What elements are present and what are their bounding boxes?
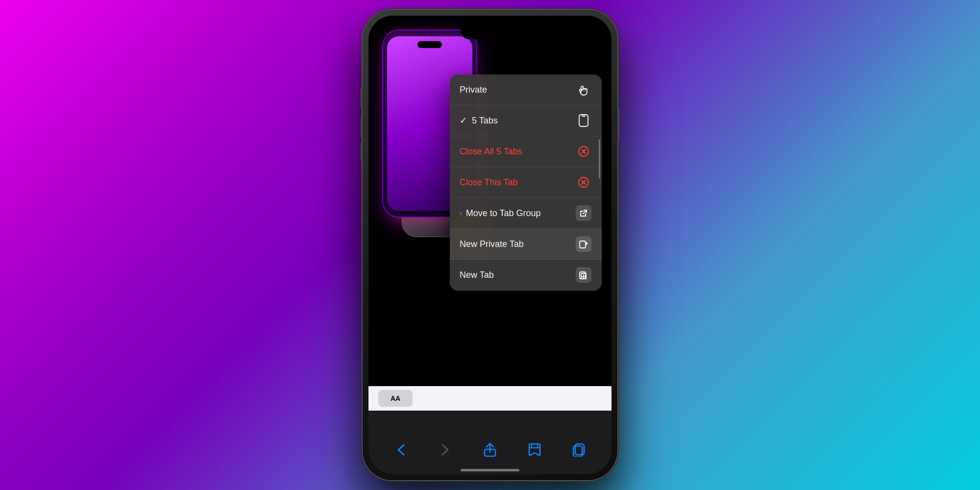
menu-item-close-this[interactable]: Close This Tab [450,167,602,198]
toolbar [368,435,612,465]
svg-rect-2 [573,446,582,457]
menu-item-move-group-text: Move to Tab Group [466,208,541,219]
phone-device: AA [363,10,617,480]
dynamic-island [461,23,519,39]
url-bar: AA [368,386,612,411]
menu-item-close-this-left: Close This Tab [460,177,517,188]
menu-item-new-tab-left: New Tab [460,270,494,280]
aa-label: AA [391,394,400,402]
plus-private-icon [575,236,592,252]
close-this-x-icon [575,174,592,191]
arrow-box-container [576,205,591,221]
tabs-button[interactable] [570,441,588,459]
scrollbar [599,139,600,178]
svg-rect-8 [580,272,586,279]
checkmark-icon: ✓ [460,115,467,126]
svg-rect-7 [580,241,586,248]
menu-item-private[interactable]: Private [450,74,602,105]
plus-tab-icon [575,267,592,283]
menu-item-new-tab-text: New Tab [460,270,494,280]
menu-item-private-text: Private [460,85,487,95]
bookmarks-button[interactable] [526,441,543,459]
back-button[interactable] [392,441,410,459]
menu-item-new-private[interactable]: New Private Tab [450,229,602,260]
menu-item-5tabs-text: 5 Tabs [472,116,498,126]
context-menu: Private ✓ 5 Tabs [450,74,602,291]
menu-item-close-this-text: Close This Tab [460,177,517,188]
phone-screen: AA [368,16,612,474]
menu-item-private-left: Private [460,85,487,95]
plus-private-box [576,236,591,252]
phone-body: AA [363,10,617,480]
menu-item-5tabs[interactable]: ✓ 5 Tabs [450,105,602,136]
menu-item-close-all[interactable]: Close All 5 Tabs [450,136,602,167]
close-all-x-icon [575,143,592,160]
screen-content: AA [368,16,612,474]
home-indicator [461,469,519,471]
svg-rect-4 [582,116,586,117]
menu-item-5tabs-left: ✓ 5 Tabs [460,115,498,126]
hand-icon [575,81,592,98]
share-button[interactable] [481,441,499,459]
chevron-right-icon: › [460,209,462,217]
menu-item-close-all-left: Close All 5 Tabs [460,147,522,157]
stacked-phone-island [417,41,442,48]
menu-item-move-group[interactable]: › Move to Tab Group [450,198,602,229]
aa-button[interactable]: AA [378,390,413,407]
plus-tab-box [576,267,591,283]
menu-item-move-group-left: › Move to Tab Group [460,208,540,219]
menu-item-close-all-text: Close All 5 Tabs [460,147,522,157]
menu-item-new-private-text: New Private Tab [460,239,524,249]
menu-item-new-private-left: New Private Tab [460,239,524,249]
forward-button[interactable] [437,441,454,459]
browser-chrome: AA [368,386,612,474]
arrow-box-icon [575,205,592,221]
phone-outline-icon [575,112,592,129]
menu-item-new-tab[interactable]: New Tab [450,260,602,291]
